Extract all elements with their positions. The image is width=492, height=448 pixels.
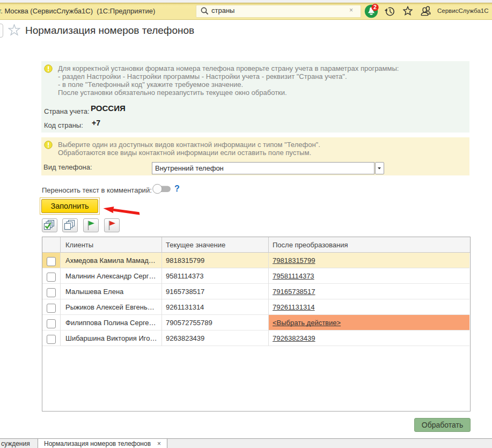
svg-text:2: 2: [373, 4, 377, 10]
